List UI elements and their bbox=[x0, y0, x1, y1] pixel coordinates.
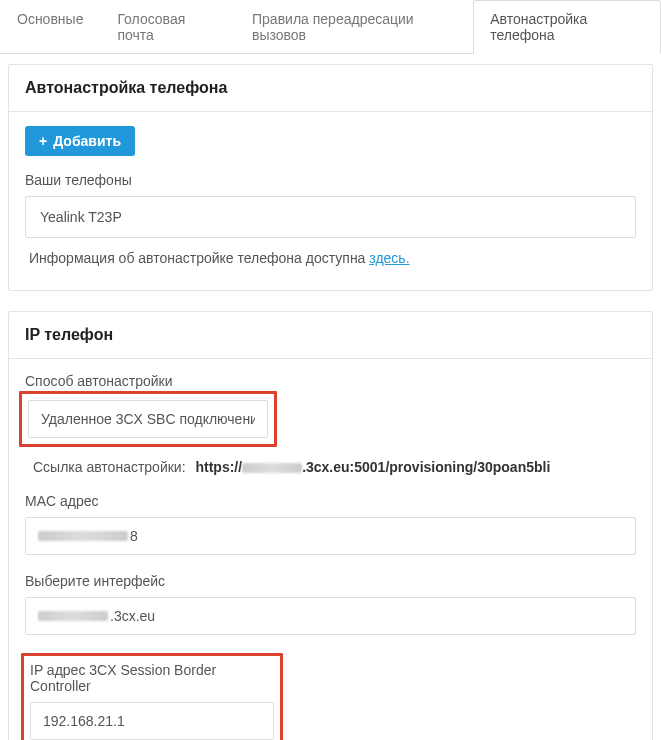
sbc-ip-label: IP адрес 3CX Session Border Controller bbox=[30, 662, 274, 694]
info-text: Информация об автонастройке телефона дос… bbox=[29, 250, 369, 266]
redacted-subdomain bbox=[242, 463, 302, 473]
provisioning-method-select[interactable] bbox=[28, 400, 268, 438]
tabs-bar: Основные Голосовая почта Правила переадр… bbox=[0, 0, 661, 54]
provisioning-link-suffix: .3cx.eu:5001/provisioning/30poan5bli bbox=[302, 459, 550, 475]
tab-voicemail[interactable]: Голосовая почта bbox=[100, 0, 235, 53]
provisioning-method-label: Способ автонастройки bbox=[25, 373, 636, 389]
plus-icon: + bbox=[39, 134, 47, 148]
panel-title-provisioning: Автонастройка телефона bbox=[9, 65, 652, 112]
interface-suffix: .3cx.eu bbox=[110, 608, 155, 624]
redacted-mac bbox=[38, 531, 128, 541]
interface-label: Выберите интерфейс bbox=[25, 573, 636, 589]
add-button-label: Добавить bbox=[53, 133, 121, 149]
sbc-ip-input[interactable] bbox=[30, 702, 274, 740]
phones-list: Yealink T23P bbox=[25, 196, 636, 238]
redacted-interface bbox=[38, 611, 108, 621]
panel-phone-provisioning: Автонастройка телефона + Добавить Ваши т… bbox=[8, 64, 653, 291]
provisioning-link-label: Ссылка автонастройки: bbox=[33, 459, 186, 475]
provisioning-link-value: https://.3cx.eu:5001/provisioning/30poan… bbox=[195, 459, 550, 475]
tab-main[interactable]: Основные bbox=[0, 0, 100, 53]
mac-address-input[interactable]: 8 bbox=[25, 517, 636, 555]
provisioning-link-row: Ссылка автонастройки: https://.3cx.eu:50… bbox=[25, 459, 636, 475]
sbc-section-highlight: IP адрес 3CX Session Border Controller П… bbox=[21, 653, 283, 740]
provisioning-info-text: Информация об автонастройке телефона дос… bbox=[25, 238, 636, 270]
provisioning-link-prefix: https:// bbox=[195, 459, 242, 475]
mac-address-label: MAC адрес bbox=[25, 493, 636, 509]
list-item[interactable]: Yealink T23P bbox=[26, 197, 635, 237]
tab-forwarding[interactable]: Правила переадресации вызовов bbox=[235, 0, 473, 53]
tab-provisioning[interactable]: Автонастройка телефона bbox=[473, 0, 661, 54]
add-button[interactable]: + Добавить bbox=[25, 126, 135, 156]
panel-ip-phone: IP телефон Способ автонастройки Ссылка а… bbox=[8, 311, 653, 740]
panel-title-ipphone: IP телефон bbox=[9, 312, 652, 359]
provisioning-info-link[interactable]: здесь. bbox=[369, 250, 409, 266]
provisioning-method-highlight bbox=[19, 391, 277, 447]
mac-suffix: 8 bbox=[130, 528, 138, 544]
your-phones-label: Ваши телефоны bbox=[25, 172, 636, 188]
interface-select[interactable]: .3cx.eu bbox=[25, 597, 636, 635]
